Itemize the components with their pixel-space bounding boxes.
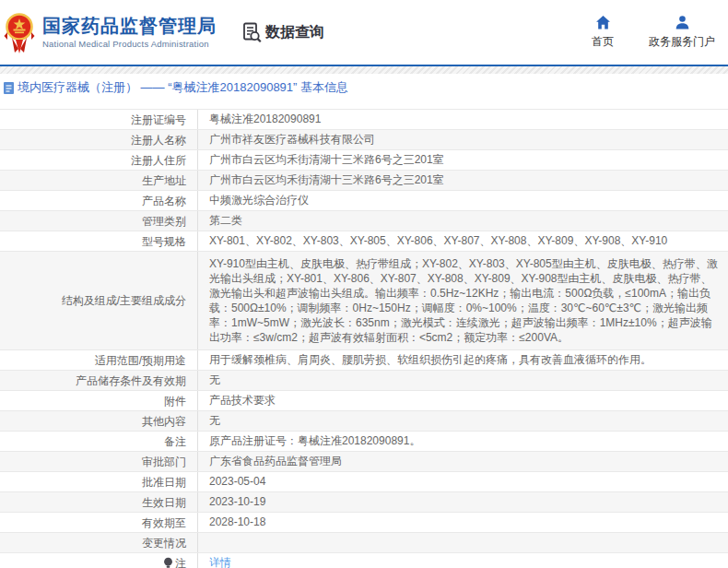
row-value: 广东省食品药品监督管理局 <box>198 452 728 471</box>
document-icon <box>3 81 15 95</box>
row-cert-number: 注册证编号 粤械注准20182090891 <box>0 109 728 129</box>
hatch-strip-top <box>0 66 728 74</box>
page-header: 国家药品监督管理局 National Medical Products Admi… <box>0 0 728 65</box>
row-value: 无 <box>198 371 728 390</box>
row-registrant-address: 注册人住所 广州市白云区均禾街清湖十三米路6号之三201室 <box>0 149 728 170</box>
row-value: 详情 <box>198 553 728 568</box>
row-label: 有效期至 <box>0 513 198 532</box>
row-label: 适用范围/预期用途 <box>0 350 198 370</box>
row-model-spec: 型号规格 XY-801、XY-802、XY-803、XY-805、XY-806、… <box>0 231 728 251</box>
row-value: 2028-10-18 <box>198 513 728 532</box>
row-label: 批准日期 <box>0 472 198 491</box>
row-value: XY-801、XY-802、XY-803、XY-805、XY-806、XY-80… <box>198 231 728 251</box>
row-label: 其他内容 <box>0 411 198 431</box>
row-label: 生产地址 <box>0 171 198 190</box>
nav-home[interactable]: 首页 <box>592 15 614 50</box>
row-other-content: 其他内容 无 <box>0 410 728 431</box>
row-value: 用于缓解颈椎病、肩周炎、腰肌劳损、软组织损伤引起的疼痛，具有改善血液循环的作用。 <box>198 350 728 370</box>
nav-gov-portal-label: 政务服务门户 <box>649 34 715 50</box>
agency-title-cn: 国家药品监督管理局 <box>42 16 217 36</box>
user-icon <box>675 15 690 30</box>
row-approval-date: 批准日期 2023-05-04 <box>0 471 728 491</box>
row-label: 注册人名称 <box>0 130 198 149</box>
national-emblem-logo <box>4 12 35 54</box>
row-value: 广州市祥友医疗器械科技有限公司 <box>198 130 728 149</box>
brand-block: 国家药品监督管理局 National Medical Products Admi… <box>42 16 217 49</box>
row-structure-composition: 结构及组成/主要组成成分 XY-910型由主机、皮肤电极、热疗带组成；XY-80… <box>0 251 728 349</box>
page-title: 境内医疗器械（注册） —— “粤械注准20182090891” 基本信息 <box>18 79 348 96</box>
row-label: 附件 <box>0 391 198 410</box>
bulb-icon <box>163 557 173 568</box>
row-label: 产品储存条件及有效期 <box>0 371 198 390</box>
row-value: 广州市白云区均禾街清湖十三米路6号之三201室 <box>198 150 728 170</box>
row-attachment: 附件 产品技术要求 <box>0 390 728 410</box>
nav-home-label: 首页 <box>592 34 614 50</box>
row-value: 产品技术要求 <box>198 391 728 410</box>
row-label: 注册证编号 <box>0 110 198 129</box>
nav-gov-portal[interactable]: 政务服务门户 <box>649 15 715 50</box>
row-label: 备注 <box>0 432 198 451</box>
note-label-text: 注 <box>175 557 186 568</box>
row-value <box>198 533 728 552</box>
row-remarks: 备注 原产品注册证号：粤械注准20182090891。 <box>0 431 728 451</box>
row-label: 型号规格 <box>0 231 198 251</box>
row-label: 生效日期 <box>0 492 198 512</box>
row-intended-use: 适用范围/预期用途 用于缓解颈椎病、肩周炎、腰肌劳损、软组织损伤引起的疼痛，具有… <box>0 349 728 370</box>
agency-title-en: National Medical Products Administration <box>42 39 217 49</box>
row-change-info: 变更情况 <box>0 532 728 552</box>
registration-info-table: 注册证编号 粤械注准20182090891 注册人名称 广州市祥友医疗器械科技有… <box>0 109 728 568</box>
row-value: 无 <box>198 411 728 431</box>
row-value: 2023-05-04 <box>198 472 728 491</box>
row-label: 变更情况 <box>0 533 198 552</box>
row-note: 注 详情 <box>0 552 728 568</box>
row-approval-department: 审批部门 广东省食品药品监督管理局 <box>0 451 728 471</box>
row-registrant-name: 注册人名称 广州市祥友医疗器械科技有限公司 <box>0 129 728 149</box>
row-label: 注册人住所 <box>0 150 198 170</box>
row-label: 审批部门 <box>0 452 198 471</box>
home-icon <box>595 15 611 30</box>
document-search-icon <box>241 21 263 43</box>
data-query-button[interactable]: 数据查询 <box>241 21 324 43</box>
row-label: 产品名称 <box>0 191 198 210</box>
row-expiry-date: 有效期至 2028-10-18 <box>0 512 728 532</box>
row-value: 原产品注册证号：粤械注准20182090891。 <box>198 432 728 451</box>
data-query-label: 数据查询 <box>265 23 324 42</box>
detail-link[interactable]: 详情 <box>209 556 231 568</box>
row-value: 广州市白云区均禾街清湖十三米路6号之三201室 <box>198 171 728 190</box>
row-label: 结构及组成/主要组成成分 <box>0 252 198 349</box>
row-value: XY-910型由主机、皮肤电极、热疗带组成；XY-802、XY-803、XY-8… <box>198 252 728 349</box>
row-label: 注 <box>0 553 198 568</box>
row-production-address: 生产地址 广州市白云区均禾街清湖十三米路6号之三201室 <box>0 170 728 190</box>
row-value: 粤械注准20182090891 <box>198 110 728 129</box>
row-product-name: 产品名称 中频激光综合治疗仪 <box>0 190 728 210</box>
page-title-bar: 境内医疗器械（注册） —— “粤械注准20182090891” 基本信息 <box>0 74 728 101</box>
row-value: 中频激光综合治疗仪 <box>198 191 728 210</box>
row-value: 2023-10-19 <box>198 492 728 512</box>
row-management-class: 管理类别 第二类 <box>0 210 728 231</box>
row-storage-validity: 产品储存条件及有效期 无 <box>0 370 728 390</box>
row-effective-date: 生效日期 2023-10-19 <box>0 491 728 512</box>
row-label: 管理类别 <box>0 211 198 231</box>
row-value: 第二类 <box>198 211 728 231</box>
